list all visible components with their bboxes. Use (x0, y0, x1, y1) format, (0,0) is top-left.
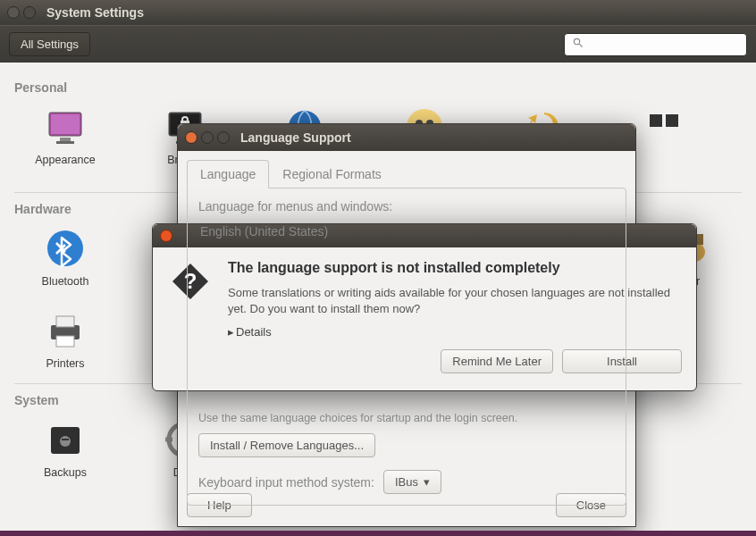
search-input[interactable] (590, 38, 739, 51)
window-minimize-button[interactable] (23, 6, 36, 19)
svg-rect-15 (666, 114, 678, 127)
item-backups[interactable]: Backups (27, 418, 104, 479)
desktop-strip (0, 531, 756, 536)
keyboard-input-label: Keyboard input method system: (198, 475, 374, 490)
section-personal-label: Personal (14, 80, 745, 95)
lang-dialog-body: Language Regional Formats Language for m… (178, 151, 635, 515)
lang-dialog-titlebar: Language Support (178, 124, 635, 151)
item-bluetooth-label: Bluetooth (42, 275, 89, 288)
window-controls (7, 6, 36, 19)
item-printers[interactable]: Printers (27, 309, 104, 370)
svg-rect-19 (56, 336, 74, 347)
settings-title: System Settings (46, 5, 144, 20)
item-appearance[interactable]: Appearance (27, 105, 104, 180)
alert-close-button[interactable] (160, 230, 172, 242)
svg-rect-2 (60, 138, 71, 141)
svg-rect-3 (56, 141, 74, 144)
language-support-dialog: Language Support Language Regional Forma… (177, 123, 636, 527)
startup-hint: Use the same language choices for startu… (198, 412, 615, 424)
item-printers-label: Printers (46, 357, 84, 370)
all-settings-button[interactable]: All Settings (9, 32, 90, 56)
settings-toolbar: All Settings (0, 25, 756, 63)
lang-dialog-minimize-button[interactable] (201, 131, 214, 144)
svg-rect-14 (650, 114, 662, 127)
lang-dialog-title: Language Support (240, 130, 351, 145)
chevron-down-icon: ▾ (424, 475, 430, 489)
keyboard-input-select[interactable]: IBus ▾ (383, 470, 441, 494)
search-icon (572, 37, 584, 53)
language-list-first[interactable]: English (United States) (198, 221, 615, 242)
item-appearance-label: Appearance (35, 154, 95, 166)
svg-rect-18 (56, 316, 74, 327)
item-backups-label: Backups (44, 466, 87, 479)
keyboard-input-value: IBus (395, 475, 418, 489)
svg-rect-1 (51, 114, 80, 134)
svg-rect-26 (62, 439, 69, 440)
tab-regional-formats[interactable]: Regional Formats (269, 160, 395, 188)
appearance-icon (44, 105, 87, 148)
lang-dialog-close-button[interactable] (185, 131, 197, 144)
window-close-button[interactable] (7, 6, 20, 19)
lang-tab-pane: Language for menus and windows: English … (187, 188, 626, 506)
search-box[interactable] (564, 33, 747, 56)
item-tiles[interactable] (626, 105, 702, 180)
item-bluetooth[interactable]: Bluetooth (27, 227, 104, 288)
install-remove-languages-button[interactable]: Install / Remove Languages... (198, 433, 375, 457)
svg-point-25 (60, 436, 71, 447)
settings-titlebar: System Settings (0, 0, 756, 25)
lang-tabs: Language Regional Formats (187, 160, 626, 188)
lang-dialog-maximize-button[interactable] (217, 131, 230, 144)
keyboard-input-row: Keyboard input method system: IBus ▾ (198, 470, 615, 494)
tab-language[interactable]: Language (187, 160, 269, 188)
printers-icon (44, 309, 87, 352)
tiles-icon (643, 105, 685, 148)
bluetooth-icon (44, 227, 87, 270)
backups-icon (44, 418, 87, 461)
menus-windows-label: Language for menus and windows: (198, 199, 615, 214)
